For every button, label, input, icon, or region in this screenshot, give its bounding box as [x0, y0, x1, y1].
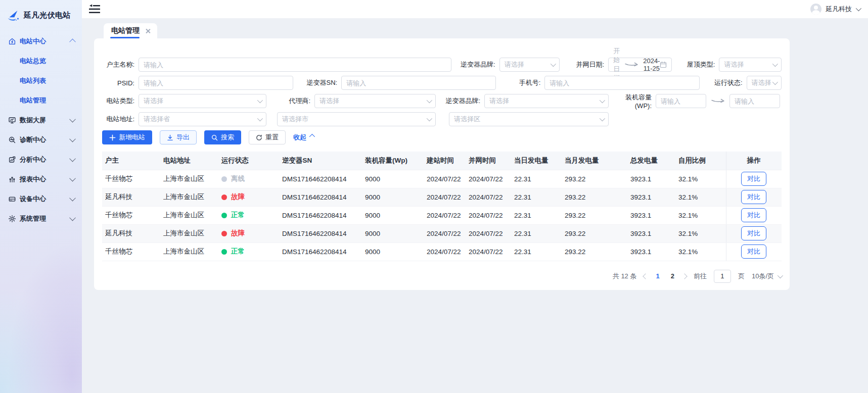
sidebar-item-diagnose-center[interactable]: 诊断中心 — [0, 130, 82, 150]
sidebar-item-report-center[interactable]: 报表中心 — [0, 169, 82, 189]
table-cell: 9000 — [362, 224, 424, 242]
capacity-max-input[interactable] — [729, 94, 780, 108]
main-area: 延凡科技 电站管理 户主名称: 逆变器品牌: 请选择 并网日期: 开始日期 20… — [82, 0, 868, 393]
inverter-sn-input[interactable] — [341, 76, 496, 90]
report-icon — [8, 175, 16, 183]
compare-button[interactable]: 对比 — [741, 244, 766, 259]
chevron-down-icon — [600, 97, 605, 103]
tab-station-manage[interactable]: 电站管理 — [104, 23, 157, 38]
compare-button[interactable]: 对比 — [741, 172, 766, 186]
page-number-2[interactable]: 2 — [670, 272, 675, 280]
brand-logo-icon — [5, 8, 20, 23]
prev-page-icon[interactable] — [643, 273, 649, 279]
owner-name-input[interactable] — [139, 58, 451, 72]
table-cell: 2024/07/22 — [424, 170, 466, 188]
table-cell: 2024/07/22 — [466, 224, 511, 242]
run-status-select[interactable]: 请选择 — [747, 76, 782, 90]
column-header: 建站时间 — [424, 152, 466, 170]
inverter-brand-select[interactable]: 请选择 — [499, 58, 560, 72]
page-number-1[interactable]: 1 — [655, 272, 660, 280]
table-cell: 22.31 — [511, 188, 562, 206]
chevron-up-icon — [69, 39, 76, 45]
column-header: 户主 — [102, 152, 160, 170]
sidebar-subitem-station-overview[interactable]: 电站总览 — [0, 51, 82, 71]
agent-label: 代理商: — [266, 96, 314, 106]
goto-page-input[interactable] — [714, 270, 731, 283]
table-row: 千丝物芯上海市金山区正常DMS171646220841490002024/07/… — [102, 242, 782, 261]
sidebar-item-data-screen[interactable]: 数据大屏 — [0, 110, 82, 130]
address-label: 电站地址: — [102, 115, 139, 124]
user-menu[interactable]: 延凡科技 — [810, 4, 860, 15]
table-cell: 延凡科技 — [102, 224, 160, 242]
table-cell: 上海市金山区 — [160, 188, 218, 206]
table-cell: 2024/07/22 — [424, 188, 466, 206]
action-cell: 对比 — [726, 242, 782, 261]
sidebar-item-station-center[interactable]: 电站中心 — [0, 31, 82, 51]
export-button[interactable]: 导出 — [160, 130, 197, 144]
table-cell: 293.22 — [562, 170, 627, 188]
download-icon — [167, 134, 173, 141]
filter-row-1: 户主名称: 逆变器品牌: 请选择 并网日期: 开始日期 2024-11-25 屋… — [102, 58, 782, 72]
psid-input[interactable] — [139, 76, 293, 90]
collapse-filters-link[interactable]: 收起 — [293, 133, 313, 142]
capacity-range — [656, 94, 782, 108]
table-cell: 22.31 — [511, 242, 562, 261]
compare-button[interactable]: 对比 — [741, 226, 766, 240]
sidebar-item-system-manage[interactable]: 系统管理 — [0, 209, 82, 228]
chevron-down-icon — [257, 97, 263, 103]
table-cell: 上海市金山区 — [160, 224, 218, 242]
chevron-down-icon — [427, 97, 432, 103]
sidebar-item-analyze-center[interactable]: 分析中心 — [0, 150, 82, 169]
status-badge: 正常 — [221, 247, 276, 256]
tab-close-icon[interactable] — [145, 28, 151, 34]
province-select[interactable]: 请选择省 — [139, 112, 266, 126]
table-cell: 32.1% — [675, 224, 726, 242]
compare-button[interactable]: 对比 — [741, 208, 766, 222]
status-cell: 正常 — [218, 206, 279, 224]
district-select[interactable]: 请选择区 — [449, 112, 609, 126]
inverter-brand2-label: 逆变器品牌: — [436, 96, 484, 106]
reset-button[interactable]: 重置 — [249, 130, 286, 144]
compare-button[interactable]: 对比 — [741, 190, 766, 204]
status-dot-icon — [221, 213, 227, 218]
inverter-brand-label: 逆变器品牌: — [451, 60, 499, 69]
page-size-select[interactable]: 10条/页 — [752, 272, 782, 281]
table-cell: 2024/07/22 — [466, 206, 511, 224]
table-cell: 9000 — [362, 242, 424, 261]
chevron-down-icon — [69, 136, 76, 142]
status-badge: 故障 — [221, 192, 276, 202]
page-unit-label: 页 — [738, 272, 745, 281]
device-icon — [8, 195, 16, 203]
phone-input[interactable] — [544, 76, 699, 90]
refresh-icon — [256, 134, 262, 141]
next-page-icon[interactable] — [681, 273, 687, 279]
status-cell: 故障 — [218, 188, 279, 206]
search-button[interactable]: 搜索 — [204, 130, 241, 144]
top-bar: 延凡科技 — [82, 0, 868, 18]
table-cell: 千丝物芯 — [102, 170, 160, 188]
sidebar-subitem-station-manage[interactable]: 电站管理 — [0, 90, 82, 110]
grid-date-range-picker[interactable]: 开始日期 2024-11-25 — [608, 58, 672, 72]
filter-row-2: PSID: 逆变器SN: 手机号: 运行状态: 请选择 — [102, 76, 782, 90]
table-cell: DMS1716462208414 — [279, 188, 362, 206]
table-cell: DMS1716462208414 — [279, 224, 362, 242]
pagination: 共 12 条 12 前往 页 10条/页 — [102, 270, 782, 283]
agent-select[interactable]: 请选择 — [314, 94, 436, 108]
sidebar-subitem-station-list[interactable]: 电站列表 — [0, 71, 82, 90]
stations-table: 户主电站地址运行状态逆变器SN装机容量(Wp)建站时间并网时间当日发电量当月发电… — [102, 152, 782, 261]
table-cell: 2024/07/22 — [424, 224, 466, 242]
sidebar-item-device-center[interactable]: 设备中心 — [0, 189, 82, 209]
chevron-down-icon — [772, 61, 778, 67]
brand: 延凡光伏电站 — [0, 0, 82, 25]
table-cell: 9000 — [362, 206, 424, 224]
roof-type-select[interactable]: 请选择 — [719, 58, 782, 72]
inverter-brand2-select[interactable]: 请选择 — [484, 94, 609, 108]
chevron-down-icon — [257, 116, 263, 121]
add-station-button[interactable]: 新增电站 — [102, 130, 152, 144]
city-select[interactable]: 请选择市 — [277, 112, 436, 126]
station-type-select[interactable]: 请选择 — [139, 94, 266, 108]
table-row: 延凡科技上海市金山区故障DMS171646220841490002024/07/… — [102, 224, 782, 242]
chevron-down-icon — [69, 175, 76, 182]
capacity-min-input[interactable] — [656, 94, 706, 108]
sidebar-fold-icon[interactable] — [89, 4, 100, 14]
